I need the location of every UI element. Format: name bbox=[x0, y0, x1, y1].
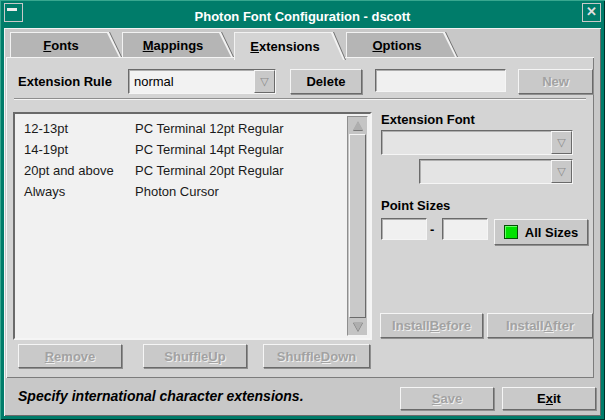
close-icon[interactable]: ✕ bbox=[582, 3, 601, 22]
extension-rules-list[interactable]: 12-13pt PC Terminal 12pt Regular 14-19pt… bbox=[13, 112, 372, 340]
tab-fonts[interactable]: Fonts bbox=[10, 32, 122, 57]
list-item[interactable]: 20pt and above PC Terminal 20pt Regular bbox=[15, 160, 370, 181]
title-bar: Photon Font Configuration - dscott bbox=[4, 4, 601, 29]
install-before-button[interactable]: Install Before bbox=[380, 313, 483, 338]
scroll-up-icon[interactable] bbox=[349, 118, 366, 133]
list-item[interactable]: 12-13pt PC Terminal 12pt Regular bbox=[15, 118, 370, 139]
extension-font-family-dropdown[interactable]: ▽ bbox=[381, 130, 573, 155]
chevron-down-icon[interactable]: ▽ bbox=[254, 70, 275, 93]
point-sizes-label: Point Sizes bbox=[381, 198, 450, 213]
chevron-down-icon[interactable]: ▽ bbox=[551, 160, 572, 183]
led-on-icon bbox=[504, 225, 518, 239]
extension-rule-dropdown[interactable]: normal ▽ bbox=[128, 69, 276, 94]
exit-button[interactable]: Exit bbox=[502, 387, 596, 410]
list-scrollbar[interactable] bbox=[347, 116, 368, 336]
extension-font-label: Extension Font bbox=[381, 112, 475, 127]
list-item[interactable]: 14-19pt PC Terminal 14pt Regular bbox=[15, 139, 370, 160]
tab-extensions[interactable]: Extensions bbox=[234, 32, 346, 60]
extension-font-style-dropdown[interactable]: ▽ bbox=[419, 159, 573, 184]
shuffle-down-button[interactable]: Shuffle Down bbox=[263, 344, 370, 368]
point-size-to-input[interactable] bbox=[442, 218, 488, 240]
point-size-range-dash: - bbox=[430, 222, 434, 237]
photon-font-configuration-window: Photon Font Configuration - dscott ✕ Fon… bbox=[0, 0, 605, 420]
list-item[interactable]: Always Photon Cursor bbox=[15, 181, 370, 202]
window-title: Photon Font Configuration - dscott bbox=[195, 9, 411, 24]
extension-rule-selected: normal bbox=[129, 74, 254, 89]
new-button[interactable]: New bbox=[518, 69, 593, 94]
shuffle-up-button[interactable]: Shuffle Up bbox=[143, 344, 247, 368]
tab-mappings[interactable]: Mappings bbox=[122, 32, 234, 57]
point-size-from-input[interactable] bbox=[381, 218, 427, 240]
scroll-down-icon[interactable] bbox=[349, 319, 366, 334]
scrollbar-thumb[interactable] bbox=[349, 134, 366, 318]
extension-rule-label: Extension Rule bbox=[18, 74, 112, 89]
chevron-down-icon[interactable]: ▽ bbox=[551, 131, 572, 154]
new-rule-name-input[interactable] bbox=[375, 69, 506, 92]
delete-button[interactable]: Delete bbox=[290, 69, 362, 94]
install-after-button[interactable]: Install After bbox=[487, 313, 593, 338]
window-menu-button[interactable] bbox=[4, 3, 23, 22]
window-menu-icon bbox=[7, 8, 17, 11]
tab-options[interactable]: Options bbox=[346, 32, 458, 57]
save-button[interactable]: Save bbox=[400, 387, 494, 410]
status-text: Specify international character extensio… bbox=[18, 388, 304, 404]
remove-button[interactable]: Remove bbox=[18, 344, 122, 368]
separator bbox=[14, 98, 586, 100]
all-sizes-toggle[interactable]: All Sizes bbox=[494, 219, 588, 245]
